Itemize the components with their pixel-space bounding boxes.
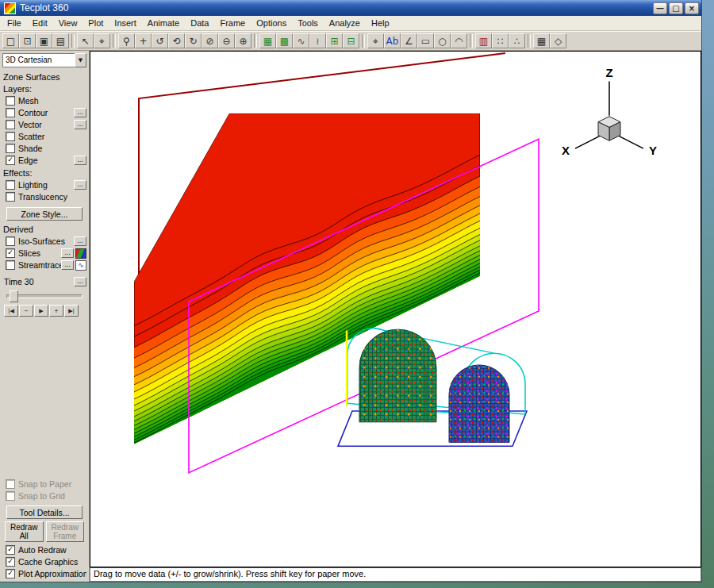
translate-tool-button[interactable]: +: [135, 33, 152, 48]
checkbox-lighting[interactable]: [6, 180, 15, 190]
checkbox-snap-to-paper[interactable]: [6, 479, 15, 489]
contour-delete-tool-button[interactable]: ⊟: [343, 33, 359, 48]
geometry-circle-tool-button[interactable]: ○: [434, 33, 451, 48]
checkbox-label: Cache Graphics: [18, 557, 86, 567]
menu-item-view[interactable]: View: [53, 17, 83, 29]
tunnel-mesh-1: [359, 329, 436, 422]
streamtrace-tool-button[interactable]: ∿: [293, 33, 309, 48]
checkbox-vector[interactable]: [6, 120, 15, 129]
menu-item-file[interactable]: File: [2, 17, 27, 29]
rotate-x-tool-button[interactable]: ⊘: [202, 33, 218, 48]
rotate-twist-tool-button[interactable]: ↻: [185, 33, 202, 48]
checkbox-slices[interactable]: ✓: [6, 248, 15, 258]
checkbox-plot-approximations[interactable]: ✓: [6, 569, 15, 578]
time-slider[interactable]: [5, 290, 84, 302]
checkbox-label: Lighting: [18, 180, 74, 190]
minimize-button[interactable]: —: [653, 2, 667, 14]
checkbox-snap-to-grid[interactable]: [6, 491, 15, 501]
menu-item-analyze[interactable]: Analyze: [324, 17, 366, 29]
contour-options-button[interactable]: ...: [74, 108, 86, 117]
chevron-down-icon[interactable]: ▼: [75, 53, 86, 67]
snap-to-grid-toggle-button[interactable]: ∴: [509, 33, 525, 48]
checkbox-shade[interactable]: [6, 144, 15, 153]
menu-item-tools[interactable]: Tools: [292, 17, 324, 29]
title-bar[interactable]: Tecplot 360 — □ ×: [0, 0, 701, 16]
checkbox-cache-graphics[interactable]: ✓: [6, 557, 15, 567]
rotate-y-tool-button[interactable]: ⊖: [218, 33, 235, 48]
geometry-square-tool-button[interactable]: ▭: [417, 33, 434, 48]
grid-toggle-button[interactable]: ▦: [533, 33, 550, 48]
plot-3d-view[interactable]: Z X Y: [90, 52, 701, 567]
time-slider-thumb[interactable]: [10, 290, 18, 302]
geometry-polyline-tool-button[interactable]: ∠: [401, 33, 417, 48]
selector-tool-button[interactable]: ↖: [77, 33, 94, 48]
close-button[interactable]: ×: [685, 2, 699, 14]
iso-surfaces-options-button[interactable]: ...: [74, 236, 86, 246]
checkbox-streamtraces[interactable]: [6, 260, 15, 270]
text-tool-button[interactable]: Ab: [384, 33, 401, 48]
rotate-spherical-tool-button[interactable]: ⟲: [168, 33, 185, 48]
edge-options-button[interactable]: ...: [74, 156, 86, 165]
print-button[interactable]: ▤: [52, 33, 69, 48]
open-button[interactable]: ⊡: [19, 33, 36, 48]
checkbox-edge[interactable]: ✓: [6, 156, 15, 165]
menu-item-insert[interactable]: Insert: [109, 17, 142, 29]
rotate-rollerball-tool-button[interactable]: ↺: [152, 33, 168, 48]
streamtraces-options-button[interactable]: ...: [61, 260, 74, 270]
checkbox-scatter[interactable]: [6, 132, 15, 141]
plot-canvas[interactable]: Z X Y: [90, 51, 701, 567]
tool-details-button[interactable]: Tool Details...: [6, 505, 83, 519]
streamtrace-end-tool-button[interactable]: ≀: [309, 33, 326, 48]
menu-item-help[interactable]: Help: [366, 17, 395, 29]
checkbox-contour[interactable]: [6, 108, 15, 117]
menu-item-data[interactable]: Data: [185, 17, 214, 29]
slices-options-button[interactable]: ...: [61, 248, 74, 258]
rotate-z-tool-button[interactable]: ⊕: [235, 33, 251, 48]
menu-item-edit[interactable]: Edit: [27, 17, 53, 29]
streamtraces-icon[interactable]: ∿: [75, 260, 86, 271]
step-back-button[interactable]: −: [19, 305, 33, 317]
menu-item-options[interactable]: Options: [251, 17, 292, 29]
menu-item-animate[interactable]: Animate: [142, 17, 185, 29]
jump-to-end-button[interactable]: ▶|: [64, 305, 79, 317]
menu-item-frame[interactable]: Frame: [214, 17, 251, 29]
slices-icon[interactable]: [75, 248, 86, 259]
zoom-tool-button[interactable]: ⚲: [118, 33, 135, 48]
save-button[interactable]: ▣: [36, 33, 52, 48]
redraw-frame-button[interactable]: Redraw Frame: [46, 521, 85, 542]
adjustor-tool-button[interactable]: ⌖: [94, 33, 110, 48]
window-title: Tecplot 360: [20, 2, 68, 13]
step-forward-button[interactable]: +: [49, 305, 63, 317]
layers-group: MeshContour...Vector...ScatterShade✓Edge…: [2, 94, 87, 167]
redraw-all-button[interactable]: Redraw All: [5, 521, 44, 542]
checkbox-iso-surfaces[interactable]: [6, 236, 15, 246]
lasso-tool-button[interactable]: ◇: [550, 33, 566, 48]
contour-add-tool-button[interactable]: ⊞: [326, 33, 343, 48]
menu-item-plot[interactable]: Plot: [83, 17, 109, 29]
maximize-button[interactable]: □: [669, 2, 683, 14]
layer-scatter: Scatter: [6, 131, 86, 142]
new-button[interactable]: □: [2, 33, 19, 48]
checkbox-translucency[interactable]: [6, 192, 15, 202]
plot-type-selector[interactable]: 3D Cartesian ▼: [2, 53, 86, 67]
time-row: Time 30 ...: [4, 276, 86, 287]
geometry-ellipse-tool-button[interactable]: ◠: [451, 33, 467, 48]
paper-grid-toggle-button[interactable]: ∷: [492, 33, 509, 48]
checkbox-auto-redraw[interactable]: ✓: [6, 545, 15, 555]
redraw-row: Redraw All Redraw Frame: [5, 521, 84, 542]
probe-tool-button[interactable]: ⌖: [367, 33, 384, 48]
toolbar-separator: [470, 34, 473, 48]
zone-style-button[interactable]: Zone Style...: [6, 207, 83, 221]
play-button[interactable]: ▶: [34, 305, 48, 317]
slice-tool-button[interactable]: ▦: [259, 33, 276, 48]
checkbox-mesh[interactable]: [6, 96, 15, 106]
iso-surface-tool-button[interactable]: ▩: [276, 33, 293, 48]
toolbar-separator: [254, 34, 257, 48]
jump-to-start-button[interactable]: |◀: [4, 305, 18, 317]
checkbox-label: Snap to Paper: [18, 479, 86, 489]
time-options-button[interactable]: ...: [74, 277, 86, 286]
frame-create-tool-button[interactable]: ▥: [475, 33, 492, 48]
vector-options-button[interactable]: ...: [74, 120, 86, 129]
option-plot-approximations: ✓Plot Approximations: [6, 568, 86, 579]
lighting-options-button[interactable]: ...: [74, 180, 86, 190]
